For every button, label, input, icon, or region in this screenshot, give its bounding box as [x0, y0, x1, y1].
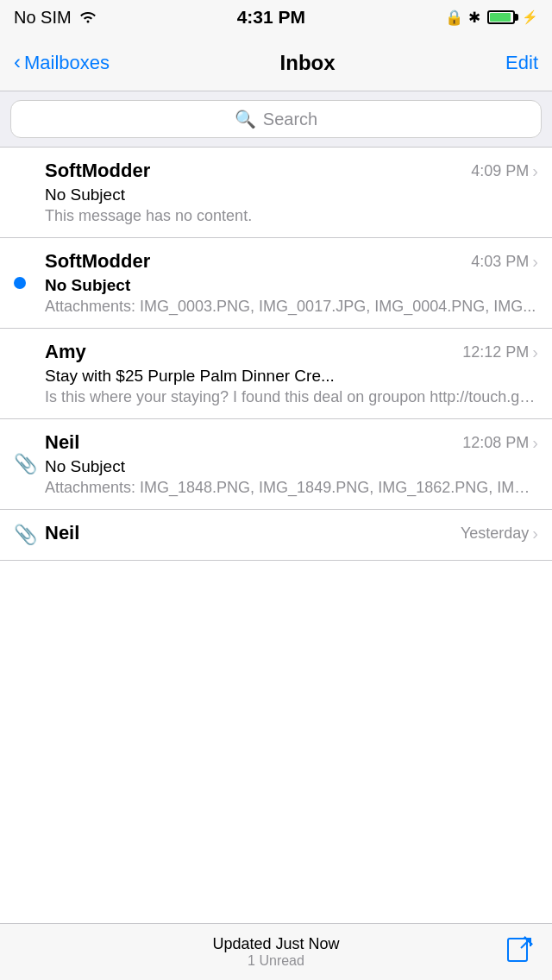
email-preview: Attachments: IMG_1848.PNG, IMG_1849.PNG,… [45, 479, 538, 497]
email-subject: Stay with $25 Purple Palm Dinner Cre... [45, 367, 538, 386]
email-header: Amy12:12 PM › [45, 341, 538, 363]
email-time: 4:09 PM › [471, 161, 538, 181]
email-preview: This message has no content. [45, 207, 538, 225]
chevron-right-icon: › [532, 161, 538, 181]
email-item-1[interactable]: SoftModder4:09 PM ›No SubjectThis messag… [0, 148, 552, 238]
svg-rect-0 [508, 939, 527, 961]
email-item-2[interactable]: SoftModder4:03 PM ›No SubjectAttachments… [0, 238, 552, 329]
email-header: Neil12:08 PM › [45, 431, 538, 454]
carrier-label: No SIM [14, 8, 72, 28]
chevron-right-icon: › [532, 342, 538, 362]
email-time: 12:08 PM › [462, 433, 538, 453]
chevron-right-icon: › [532, 433, 538, 453]
back-label: Mailboxes [24, 52, 110, 74]
status-left: No SIM [14, 8, 97, 28]
chevron-right-icon: › [532, 524, 538, 543]
email-preview: Attachments: IMG_0003.PNG, IMG_0017.JPG,… [45, 298, 538, 316]
email-time: 4:03 PM › [471, 252, 538, 272]
compose-button[interactable] [502, 933, 538, 970]
search-icon: 🔍 [235, 109, 256, 129]
sender-name: SoftModder [45, 160, 464, 182]
email-preview: Is this where your staying? I found this… [45, 388, 538, 406]
chevron-right-icon: › [532, 252, 538, 272]
search-placeholder: Search [263, 110, 317, 129]
nav-title: Inbox [280, 51, 336, 75]
email-subject: No Subject [45, 185, 538, 204]
email-header: SoftModder4:03 PM › [45, 250, 538, 273]
svg-line-3 [521, 939, 530, 948]
status-right: 🔒 ✱ ⚡ [445, 9, 538, 27]
email-header: NeilYesterday › [45, 522, 538, 544]
email-list: SoftModder4:09 PM ›No SubjectThis messag… [0, 148, 552, 561]
email-item-3[interactable]: Amy12:12 PM ›Stay with $25 Purple Palm D… [0, 329, 552, 419]
sender-name: SoftModder [45, 250, 464, 273]
wifi-icon [78, 8, 97, 28]
mailboxes-back-button[interactable]: ‹ Mailboxes [14, 51, 110, 74]
footer-content: Updated Just Now 1 Unread [212, 935, 339, 969]
unread-dot [14, 277, 26, 289]
footer: Updated Just Now 1 Unread [0, 923, 552, 980]
lock-icon: 🔒 [445, 9, 463, 27]
email-item-5[interactable]: 📎NeilYesterday › [0, 510, 552, 561]
sender-name: Neil [45, 431, 455, 454]
edit-button[interactable]: Edit [505, 52, 538, 74]
attachment-icon: 📎 [14, 453, 37, 475]
attachment-icon: 📎 [14, 524, 37, 546]
email-item-4[interactable]: 📎Neil12:08 PM ›No SubjectAttachments: IM… [0, 419, 552, 510]
compose-icon [505, 934, 535, 970]
updated-label: Updated Just Now [212, 935, 339, 953]
status-bar: No SIM 4:31 PM 🔒 ✱ ⚡ [0, 0, 552, 35]
charging-icon: ⚡ [522, 9, 538, 25]
email-time: 12:12 PM › [462, 342, 538, 362]
unread-label: 1 Unread [212, 953, 339, 969]
sender-name: Amy [45, 341, 455, 363]
nav-bar: ‹ Mailboxes Inbox Edit [0, 35, 552, 91]
back-chevron-icon: ‹ [14, 50, 21, 74]
email-time: Yesterday › [461, 524, 538, 543]
email-subject: No Subject [45, 276, 538, 295]
email-subject: No Subject [45, 457, 538, 476]
bluetooth-icon: ✱ [468, 9, 480, 27]
sender-name: Neil [45, 522, 454, 544]
battery-icon [487, 10, 515, 24]
search-bar[interactable]: 🔍 Search [10, 100, 542, 138]
email-header: SoftModder4:09 PM › [45, 160, 538, 182]
status-time: 4:31 PM [237, 7, 305, 28]
search-container: 🔍 Search [0, 91, 552, 148]
